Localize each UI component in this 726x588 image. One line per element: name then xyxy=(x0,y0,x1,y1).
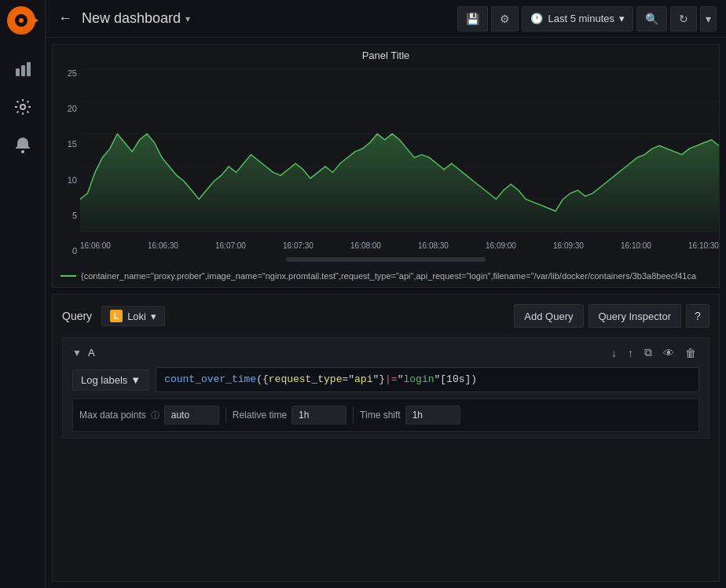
refresh-dropdown-button[interactable]: ▾ xyxy=(700,6,717,31)
bell-icon xyxy=(14,136,31,153)
datasource-name: Loki xyxy=(127,311,146,322)
topbar-left: ← New dashboard ▾ xyxy=(55,7,457,30)
legend-text: {container_name="proxy.prober",image_nam… xyxy=(81,271,696,281)
dashboard-title[interactable]: New dashboard ▾ xyxy=(82,10,190,27)
save-icon: 💾 xyxy=(466,13,479,25)
svg-point-4 xyxy=(21,150,24,153)
sidebar-item-dashboards[interactable] xyxy=(7,53,38,85)
svg-rect-2 xyxy=(27,62,31,76)
relative-time-input[interactable] xyxy=(292,406,346,424)
query-expression[interactable]: count_over_time({request_type="api"}|="l… xyxy=(156,367,699,392)
time-shift-input[interactable] xyxy=(405,406,460,424)
chart-legend: {container_name="proxy.prober",image_nam… xyxy=(60,271,711,281)
topbar: ← New dashboard ▾ 💾 ⚙ 🕐 Last 5 minutes ▾… xyxy=(46,0,726,38)
topbar-right: 💾 ⚙ 🕐 Last 5 minutes ▾ 🔍 ↻ ▾ xyxy=(457,6,717,31)
x-axis: 16:06:00 16:06:30 16:07:00 16:07:30 16:0… xyxy=(80,240,719,255)
move-down-button[interactable]: ↓ xyxy=(608,345,620,361)
svg-rect-1 xyxy=(21,65,25,76)
time-shift-group: Time shift xyxy=(360,406,460,424)
query-row-label: A xyxy=(88,347,608,358)
query-row-header: ▼ A ↓ ↑ ⧉ 👁 🗑 xyxy=(72,344,699,361)
legend-line xyxy=(60,275,76,277)
datasource-selector[interactable]: L Loki ▾ xyxy=(101,306,165,326)
duplicate-button[interactable]: ⧉ xyxy=(641,344,655,361)
sidebar-item-settings[interactable] xyxy=(7,91,38,123)
max-data-points-input[interactable] xyxy=(164,406,219,424)
gear-icon: ⚙ xyxy=(500,13,510,25)
info-icon: ⓘ xyxy=(151,410,160,421)
chevron-down-icon: ▾ xyxy=(185,13,190,24)
max-data-points-label: Max data points xyxy=(79,410,146,421)
move-up-button[interactable]: ↑ xyxy=(625,345,636,361)
panel-chart: Panel Title 25 20 15 10 5 0 xyxy=(52,44,720,288)
back-button[interactable]: ← xyxy=(55,7,75,30)
chart-icon xyxy=(14,61,31,78)
delete-button[interactable]: 🗑 xyxy=(682,345,699,361)
time-range-button[interactable]: 🕐 Last 5 minutes ▾ xyxy=(522,6,633,31)
main-content: ← New dashboard ▾ 💾 ⚙ 🕐 Last 5 minutes ▾… xyxy=(46,0,726,588)
sidebar xyxy=(0,0,46,588)
loki-icon: L xyxy=(110,310,123,322)
divider xyxy=(226,407,226,423)
query-inspector-button[interactable]: Query Inspector xyxy=(588,304,682,328)
refresh-icon: ↻ xyxy=(679,13,688,25)
add-query-button[interactable]: Add Query xyxy=(514,304,583,328)
options-row: Max data points ⓘ Relative time Time shi… xyxy=(72,399,699,432)
y-axis: 25 20 15 10 5 0 xyxy=(53,68,80,255)
sidebar-item-alerts[interactable] xyxy=(7,129,38,160)
query-input-row: Log labels ▼ count_over_time({request_ty… xyxy=(72,367,699,392)
svg-rect-0 xyxy=(16,68,20,76)
relative-time-label: Relative time xyxy=(233,410,287,421)
gear-icon xyxy=(14,98,31,116)
grafana-logo[interactable] xyxy=(7,6,38,38)
max-data-points-group: Max data points ⓘ xyxy=(79,406,219,424)
time-range-label: Last 5 minutes xyxy=(548,13,614,24)
row-actions: ↓ ↑ ⧉ 👁 🗑 xyxy=(608,344,699,361)
search-button[interactable]: 🔍 xyxy=(636,6,667,31)
search-icon: 🔍 xyxy=(645,13,658,25)
query-actions: Add Query Query Inspector ? xyxy=(514,304,710,328)
scrollbar[interactable] xyxy=(286,257,486,262)
save-button[interactable]: 💾 xyxy=(457,6,488,31)
panel-title: Panel Title xyxy=(53,45,719,66)
time-shift-label: Time shift xyxy=(360,410,401,421)
dashboard-title-text: New dashboard xyxy=(82,10,181,27)
svg-point-3 xyxy=(20,105,25,109)
query-header: Query L Loki ▾ Add Query Query Inspector… xyxy=(62,304,710,328)
panel-area: Panel Title 25 20 15 10 5 0 xyxy=(46,38,726,588)
relative-time-group: Relative time xyxy=(233,406,346,424)
chevron-down-icon: ▾ xyxy=(619,13,625,24)
collapse-arrow[interactable]: ▼ xyxy=(72,347,82,358)
query-row-a: ▼ A ↓ ↑ ⧉ 👁 🗑 Log labels ▼ xyxy=(62,337,710,439)
chevron-down-icon: ▾ xyxy=(151,311,156,322)
refresh-button[interactable]: ↻ xyxy=(670,6,697,31)
settings-button[interactable]: ⚙ xyxy=(491,6,519,31)
clock-icon: 🕐 xyxy=(530,13,543,24)
help-button[interactable]: ? xyxy=(686,304,710,328)
chart-svg xyxy=(80,68,719,232)
query-label: Query xyxy=(62,310,92,322)
log-labels-text: Log labels xyxy=(81,374,127,386)
hide-button[interactable]: 👁 xyxy=(660,345,677,361)
query-section: Query L Loki ▾ Add Query Query Inspector… xyxy=(52,294,720,582)
chevron-down-icon: ▾ xyxy=(706,13,711,25)
divider xyxy=(353,407,354,423)
chevron-down-icon: ▼ xyxy=(130,374,141,386)
log-labels-button[interactable]: Log labels ▼ xyxy=(72,369,149,391)
